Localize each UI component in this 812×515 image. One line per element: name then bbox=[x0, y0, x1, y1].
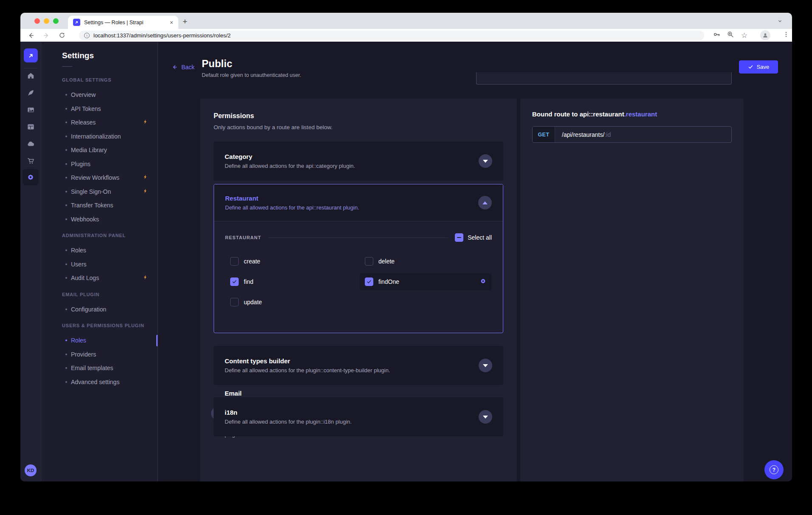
help-button[interactable]: ? bbox=[764, 460, 784, 479]
action-settings-gear-icon[interactable] bbox=[479, 277, 487, 286]
bullet-dot bbox=[65, 277, 67, 279]
sidebar-item-api-tokens[interactable]: API Tokens bbox=[41, 102, 158, 116]
sidebar-item-transfer-tokens[interactable]: Transfer Tokens bbox=[41, 198, 158, 212]
settings-gear-icon[interactable] bbox=[23, 169, 39, 185]
chevron-down-icon[interactable] bbox=[479, 410, 492, 424]
sidebar-item-label: Media Library bbox=[71, 147, 107, 153]
accordion-category-header[interactable]: Category Define all allowed actions for … bbox=[214, 141, 503, 181]
forward-nav-icon[interactable] bbox=[43, 32, 50, 39]
sidebar-item-users[interactable]: Users bbox=[41, 258, 158, 272]
route-param-text: :id bbox=[604, 131, 611, 138]
marketplace-cart-icon[interactable] bbox=[23, 153, 39, 169]
tab-search-chevron-icon[interactable] bbox=[777, 18, 783, 25]
select-all-checkbox[interactable]: Select all bbox=[455, 233, 492, 242]
settings-subnav: Settings GLOBAL SETTINGSOverviewAPI Toke… bbox=[41, 42, 158, 481]
action-create[interactable]: create bbox=[225, 253, 357, 270]
sidebar-item-single-sign-on[interactable]: Single Sign-On bbox=[41, 185, 158, 199]
sidebar-item-internationalization[interactable]: Internationalization bbox=[41, 130, 158, 144]
sidebar-item-audit-logs[interactable]: Audit Logs bbox=[41, 271, 158, 285]
accordion-restaurant-header[interactable]: Restaurant Define all allowed actions fo… bbox=[214, 184, 503, 221]
browser-menu-icon[interactable] bbox=[783, 31, 789, 40]
accordion-name: Content types builder bbox=[225, 357, 390, 365]
main-nav-rail: KD bbox=[20, 42, 41, 481]
chevron-down-icon[interactable] bbox=[479, 359, 492, 372]
lightning-badge-icon bbox=[143, 174, 148, 181]
sidebar-item-roles[interactable]: Roles bbox=[41, 334, 158, 348]
select-all-label: Select all bbox=[468, 234, 492, 241]
checkbox-checked[interactable] bbox=[230, 277, 239, 286]
minimize-window-button[interactable] bbox=[44, 18, 49, 24]
strapi-app: KD Settings GLOBAL SETTINGSOverviewAPI T… bbox=[20, 42, 792, 481]
sidebar-item-review-workflows[interactable]: Review Workflows bbox=[41, 171, 158, 185]
chevron-up-icon[interactable] bbox=[478, 196, 492, 209]
sidebar-item-label: Overview bbox=[71, 91, 96, 98]
sidebar-item-label: Single Sign-On bbox=[71, 188, 111, 195]
subnav-section: USERS & PERMISSIONS PLUGINRolesProviders… bbox=[41, 321, 158, 389]
indeterminate-checkbox-icon[interactable] bbox=[455, 233, 463, 242]
actions-grid: create delete find bbox=[225, 253, 492, 311]
site-info-icon[interactable]: i bbox=[84, 33, 90, 38]
back-nav-icon[interactable] bbox=[27, 32, 34, 39]
home-icon[interactable] bbox=[23, 68, 39, 84]
action-find[interactable]: find bbox=[225, 273, 357, 290]
save-button[interactable]: Save bbox=[739, 60, 778, 74]
sidebar-item-webhooks[interactable]: Webhooks bbox=[41, 212, 158, 226]
url-bar[interactable]: i localhost:1337/admin/settings/users-pe… bbox=[79, 31, 704, 40]
subnav-section-label: ADMINISTRATION PANEL bbox=[41, 231, 158, 240]
browser-profile-icon[interactable] bbox=[760, 30, 770, 40]
bullet-dot bbox=[65, 94, 67, 96]
strapi-logo[interactable] bbox=[24, 48, 38, 62]
permissions-subtitle: Only actions bound by a route are listed… bbox=[214, 124, 503, 130]
sidebar-item-advanced-settings[interactable]: Advanced settings bbox=[41, 375, 158, 389]
sidebar-item-email-templates[interactable]: Email templates bbox=[41, 361, 158, 375]
action-update[interactable]: update bbox=[225, 294, 357, 311]
media-library-icon[interactable] bbox=[23, 102, 39, 118]
check-icon bbox=[748, 64, 753, 70]
group-divider bbox=[268, 238, 448, 238]
subnav-section: ADMINISTRATION PANELRolesUsersAudit Logs bbox=[41, 231, 158, 285]
sidebar-item-roles[interactable]: Roles bbox=[41, 243, 158, 258]
route-method-badge: GET bbox=[533, 127, 555, 142]
sidebar-item-plugins[interactable]: Plugins bbox=[41, 157, 158, 171]
sidebar-item-label: Transfer Tokens bbox=[71, 202, 113, 209]
content-type-builder-icon[interactable] bbox=[23, 119, 39, 135]
bullet-dot bbox=[65, 263, 67, 265]
checkbox-checked[interactable] bbox=[365, 277, 373, 286]
back-link[interactable]: Back bbox=[171, 64, 195, 71]
action-label: update bbox=[244, 299, 262, 306]
zoom-window-button[interactable] bbox=[53, 18, 59, 24]
sidebar-item-label: Configuration bbox=[71, 306, 106, 313]
sidebar-item-providers[interactable]: Providers bbox=[41, 348, 158, 362]
sidebar-item-label: Email templates bbox=[71, 365, 113, 371]
checkbox-unchecked[interactable] bbox=[230, 257, 239, 266]
accordion-content-types-builder: Content types builder Define all allowed… bbox=[214, 346, 503, 385]
reload-icon[interactable] bbox=[59, 32, 65, 39]
checkbox-unchecked[interactable] bbox=[365, 257, 373, 266]
cloud-icon[interactable] bbox=[23, 136, 39, 152]
sidebar-item-overview[interactable]: Overview bbox=[41, 88, 158, 102]
accordion-i18n-header[interactable]: i18n Define all allowed actions for the … bbox=[214, 397, 503, 436]
close-window-button[interactable] bbox=[34, 18, 40, 24]
subnav-section-label: USERS & PERMISSIONS PLUGIN bbox=[41, 321, 158, 330]
sidebar-item-label: Plugins bbox=[71, 161, 90, 167]
action-delete[interactable]: delete bbox=[360, 253, 492, 270]
accordion-ctb-header[interactable]: Content types builder Define all allowed… bbox=[214, 346, 503, 385]
user-avatar[interactable]: KD bbox=[25, 464, 37, 476]
bullet-dot bbox=[65, 191, 67, 192]
sidebar-item-media-library[interactable]: Media Library bbox=[41, 143, 158, 157]
tab-close-icon[interactable]: × bbox=[170, 20, 173, 25]
bookmark-star-icon[interactable]: ☆ bbox=[741, 32, 747, 39]
browser-tab[interactable]: Settings — Roles | Strapi × bbox=[68, 16, 178, 29]
checkbox-unchecked[interactable] bbox=[230, 298, 239, 306]
zoom-page-icon[interactable] bbox=[727, 31, 734, 40]
action-findone[interactable]: findOne bbox=[360, 273, 492, 290]
bound-route-panel: Bound route to api::restaurant.restauran… bbox=[520, 99, 744, 481]
chevron-down-icon[interactable] bbox=[479, 154, 492, 168]
sidebar-item-releases[interactable]: Releases bbox=[41, 116, 158, 130]
content-manager-feather-icon[interactable] bbox=[23, 85, 39, 101]
new-tab-button[interactable]: + bbox=[183, 17, 187, 26]
description-field-cutoff[interactable] bbox=[476, 72, 732, 85]
sidebar-item-label: Users bbox=[71, 261, 87, 268]
password-key-icon[interactable] bbox=[713, 31, 721, 40]
sidebar-item-configuration[interactable]: Configuration bbox=[41, 303, 158, 317]
